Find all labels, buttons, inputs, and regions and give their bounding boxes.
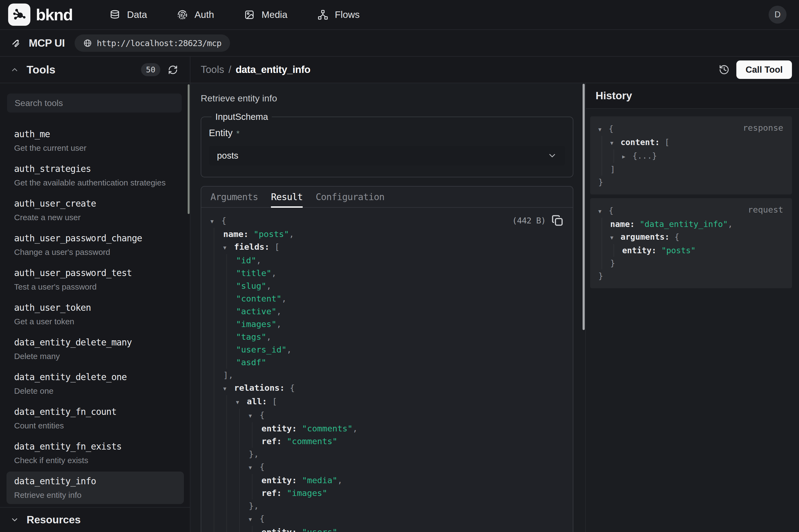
indent-guide (214, 228, 214, 241)
tool-list-item[interactable]: auth_user_token Get a user token (6, 298, 184, 330)
call-tool-button[interactable]: Call Tool (736, 60, 792, 79)
indent-guide (602, 163, 602, 176)
tree-toggle-icon[interactable]: ▾ (223, 241, 234, 254)
tool-list-item[interactable]: data_entity_delete_many Delete many (6, 333, 184, 365)
token-str: "comments" (302, 423, 353, 433)
indent-guide (226, 435, 227, 448)
indent-guide (602, 244, 602, 257)
tool-list-item[interactable]: auth_me Get the current user (6, 125, 184, 157)
token-str: "data_entity_info" (640, 220, 728, 229)
indent-guide (226, 448, 227, 460)
token-key: arguments: (621, 232, 674, 242)
search-tools-input[interactable]: Search tools (7, 94, 182, 113)
token-str: "active" (236, 306, 277, 316)
indent-guide (214, 318, 214, 330)
tab-arguments[interactable]: Arguments (210, 187, 258, 207)
refresh-tools-button[interactable] (168, 65, 178, 75)
tree-toggle-icon[interactable]: ▾ (210, 215, 221, 228)
tab-result[interactable]: Result (271, 187, 303, 207)
token-key: name: (610, 220, 640, 229)
breadcrumb-separator: / (228, 64, 231, 75)
token-pun: , (353, 423, 358, 433)
history-entry-request[interactable]: request ▾{name: "data_entity_info",▾argu… (590, 198, 792, 288)
token-str: "users" (302, 527, 337, 532)
resources-header[interactable]: Resources (0, 507, 190, 532)
indent-guide (602, 218, 602, 230)
tree-toggle-icon[interactable]: ▾ (249, 461, 260, 474)
json-line: "users_id", (210, 343, 564, 356)
tree-toggle-icon[interactable]: ▾ (236, 396, 247, 408)
tree-toggle-icon[interactable]: ▾ (598, 205, 609, 218)
tool-description: Get the available authentication strateg… (14, 177, 176, 188)
token-pun: [ (272, 396, 277, 406)
token-pun: , (337, 475, 343, 485)
indent-guide (214, 343, 214, 356)
tool-list-item[interactable]: data_entity_delete_one Delete one (6, 367, 184, 400)
tree-toggle-icon[interactable]: ▾ (249, 410, 260, 422)
tab-configuration[interactable]: Configuration (316, 187, 384, 207)
json-line: ▾all: [ (210, 395, 564, 408)
token-pun: , (277, 319, 282, 329)
user-avatar[interactable]: D (768, 6, 786, 24)
tool-list-item[interactable]: auth_user_password_test Test a user's pa… (6, 263, 184, 296)
nav-item-auth[interactable]: Auth (177, 9, 214, 20)
tool-list-item[interactable]: data_entity_fn_count Count entities (6, 402, 184, 435)
chevron-down-icon (10, 515, 19, 524)
token-key: entity: (622, 246, 662, 255)
indent-guide (226, 487, 227, 499)
json-line: ▾arguments: { (598, 230, 784, 244)
token-pun: , (277, 306, 282, 316)
indent-guide (214, 356, 214, 369)
resources-title: Resources (26, 514, 80, 526)
tree-toggle-icon[interactable]: ▾ (598, 123, 609, 136)
history-toggle-button[interactable] (715, 61, 733, 79)
bknd-logo[interactable]: bknd (8, 3, 72, 26)
token-pun: [ (665, 137, 670, 147)
json-line: name: "posts", (210, 228, 564, 241)
json-line: ▾{ (210, 460, 564, 474)
sidebar-scrollbar[interactable] (188, 84, 190, 214)
token-key: name: (223, 229, 253, 239)
entity-select[interactable]: posts (209, 146, 565, 166)
content-scrollbar[interactable] (583, 84, 585, 330)
nav-item-media[interactable]: Media (244, 9, 287, 20)
breadcrumb-section[interactable]: Tools (201, 64, 224, 75)
token-str: "id" (236, 255, 256, 265)
json-line: ▾fields: [ (210, 241, 564, 254)
json-line: "tags", (210, 330, 564, 343)
tree-toggle-icon[interactable]: ▸ (622, 150, 632, 163)
token-pun: { (609, 206, 613, 215)
token-pun: [ (274, 242, 280, 252)
mcp-url-pill[interactable]: http://localhost:28623/mcp (75, 34, 230, 52)
mcp-url: http://localhost:28623/mcp (97, 38, 221, 48)
tree-toggle-icon[interactable]: ▾ (223, 382, 234, 395)
token-str: "images" (236, 319, 277, 329)
breadcrumb-current: data_entity_info (236, 64, 310, 75)
token-str: "posts" (662, 246, 696, 255)
nav-item-data[interactable]: Data (110, 9, 147, 20)
tool-list-item[interactable]: data_entity_info Retrieve entity info (6, 472, 184, 504)
indent-guide (602, 257, 602, 269)
tools-header[interactable]: Tools 50 (0, 57, 190, 83)
result-json-viewer: (442 B) ▾{name: "posts",▾fields: ["id","… (201, 208, 573, 532)
history-entry-response[interactable]: response ▾{▾content: [▸{...}]} (590, 116, 792, 194)
indent-guide (613, 149, 614, 163)
tool-list-item[interactable]: auth_user_password_change Change a user'… (6, 229, 184, 261)
json-line: "title", (210, 267, 564, 280)
tool-list-item[interactable]: auth_user_create Create a new user (6, 194, 184, 226)
token-pun: , (271, 268, 277, 278)
token-key: all: (247, 396, 272, 406)
token-str: "content" (236, 294, 282, 303)
avatar-initial: D (775, 10, 781, 20)
tree-toggle-icon[interactable]: ▾ (610, 137, 621, 149)
indent-guide (226, 499, 227, 512)
indent-guide (226, 330, 227, 343)
chevron-down-icon (547, 151, 557, 160)
tree-toggle-icon[interactable]: ▾ (249, 513, 260, 526)
tool-list-item[interactable]: data_entity_fn_exists Check if entity ex… (6, 437, 184, 469)
nav-item-flows[interactable]: Flows (318, 9, 360, 20)
json-line: "asdf" (210, 356, 564, 369)
tool-description: Change a user's password (14, 247, 176, 257)
tool-list-item[interactable]: auth_strategies Get the available authen… (6, 159, 184, 192)
tree-toggle-icon[interactable]: ▾ (610, 231, 621, 244)
